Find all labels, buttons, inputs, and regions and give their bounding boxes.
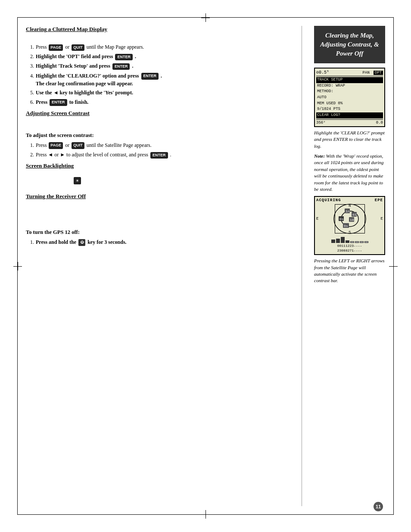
- power-icon: ⏻: [78, 239, 85, 246]
- step-1: 1. Press PAGE or QUIT until the Map Page…: [30, 43, 285, 51]
- backlighting-text: ☀: [26, 176, 285, 184]
- contrast-subheading: To adjust the screen contrast:: [26, 132, 285, 139]
- page-number-badge: 11: [374, 502, 383, 511]
- step-6: 6. Press ENTER to finish.: [30, 98, 285, 106]
- contrast-step-1: 1. Press PAGE or QUIT until the Satellit…: [30, 141, 285, 149]
- bar-7: [360, 241, 364, 243]
- gps-screen-1: ⊙0.5⁵ PAN OPT TRACK SETUP RECORD: WRAP M…: [314, 68, 385, 127]
- screen1-caption: Highlight the 'CLEAR LOG?' prompt and pr…: [314, 130, 385, 149]
- left-column: Clearing a Cluttered Map Display 1. Pres…: [26, 26, 290, 506]
- section-heading-clearing-map: Clearing a Cluttered Map Display: [26, 26, 285, 33]
- screen2-caption: Pressing the LEFT or RIGHT arrows from t…: [314, 258, 385, 284]
- right-column: Clearing the Map, Adjusting Contrast, & …: [314, 26, 385, 506]
- gps-header-left: ⊙0.5⁵: [316, 70, 329, 75]
- clear-log-item: CLEAR LOG?: [316, 112, 383, 118]
- gps-speed: 0.0: [376, 121, 383, 125]
- quit-button[interactable]: QUIT: [72, 44, 84, 51]
- acquiring-label: ACQUIRING: [316, 198, 341, 202]
- turning-off-steps: 1. Press and hold the ⏻ key for 3 second…: [26, 238, 285, 246]
- svg-text:10: 10: [350, 218, 354, 222]
- screen1-note: Note: With the 'Wrap' record option, onc…: [314, 153, 385, 193]
- contrast-step-2: 2. Press ◄ or ► to adjust the level of c…: [30, 151, 285, 159]
- crosshair-right-middle: [389, 262, 398, 271]
- satellite-diagram: N S 1n 03 0s 10 0s: [333, 203, 367, 234]
- gps-status-row: 356° 0.0: [316, 119, 383, 125]
- track-setup-item: TRACK SETUP: [316, 77, 383, 83]
- section-heading-contrast: Adjusting Screen Contrast: [26, 110, 285, 117]
- section-backlighting: Screen Backlighting ☀: [26, 162, 285, 184]
- section-turning-off: Turning the Receiver Off To turn the GPS…: [26, 193, 285, 246]
- method-item: METHOD:: [316, 89, 383, 95]
- signal-bars-row: [316, 235, 383, 243]
- enter-button-6[interactable]: ENTER: [50, 99, 67, 106]
- gps-heading: 356°: [316, 121, 326, 125]
- step-3: 3. Highlight 'Track Setup' and press ENT…: [30, 62, 285, 70]
- enter-button-4[interactable]: ENTER: [141, 73, 159, 80]
- crosshair-bottom-center: [201, 510, 210, 519]
- clearing-map-steps: 1. Press PAGE or QUIT until the Map Page…: [26, 43, 285, 106]
- bar-8: [364, 241, 368, 243]
- bar-1: [331, 240, 335, 243]
- bar-6: [355, 241, 359, 243]
- sat-screen-header: ACQUIRING EPE: [316, 198, 383, 202]
- section-clearing-map: Clearing a Cluttered Map Display 1. Pres…: [26, 26, 285, 106]
- turning-off-subheading: To turn the GPS 12 off:: [26, 229, 285, 236]
- crosshair-left-middle: [13, 262, 22, 271]
- step-2: 2. Highlight the 'OPT' field and press E…: [30, 53, 285, 61]
- gps-tabs: PAN OPT: [361, 70, 383, 75]
- column-divider: [302, 26, 302, 506]
- page-button-contrast[interactable]: PAGE: [49, 142, 63, 149]
- quit-button-contrast[interactable]: QUIT: [72, 142, 84, 149]
- page-button[interactable]: PAGE: [49, 44, 63, 51]
- turning-off-step-1: 1. Press and hold the ⏻ key for 3 second…: [30, 238, 285, 246]
- record-wrap-item: RECORD: WRAP: [316, 83, 383, 89]
- mem-used-item: MEM USED 0%: [316, 101, 383, 107]
- enter-button-2[interactable]: ENTER: [115, 54, 133, 61]
- sat-num-row1: 00111223----: [316, 244, 383, 248]
- section-contrast: Adjusting Screen Contrast To adjust the …: [26, 110, 285, 159]
- svg-text:S: S: [349, 230, 351, 234]
- opt-tab: OPT: [374, 71, 383, 75]
- section-heading-backlighting: Screen Backlighting: [26, 162, 285, 169]
- title-box: Clearing the Map, Adjusting Contrast, & …: [314, 26, 385, 63]
- backlighting-icon: ☀: [74, 177, 81, 184]
- bar-3: [341, 237, 345, 243]
- gps-screen-2: ACQUIRING EPE E N: [314, 196, 385, 255]
- svg-text:0s: 0s: [344, 224, 348, 228]
- section-heading-turning-off: Turning the Receiver Off: [26, 193, 285, 200]
- sat-numbers: 00111223---- 23088271----: [316, 244, 383, 253]
- svg-text:1n: 1n: [346, 209, 350, 213]
- bar-4: [346, 240, 349, 243]
- bar-5: [350, 241, 354, 243]
- epe-label: EPE: [375, 198, 383, 202]
- auto-item: AUTO: [316, 95, 383, 101]
- enter-button-3[interactable]: ENTER: [112, 63, 130, 70]
- step-4: 4. Highlight the 'CLEARLOG?' option and …: [30, 72, 285, 87]
- svg-text:03: 03: [352, 213, 357, 217]
- bar-2: [336, 239, 340, 243]
- gps-screen-header: ⊙0.5⁵ PAN OPT: [316, 70, 383, 76]
- pan-tab: PAN: [361, 71, 371, 75]
- page-content: Clearing a Cluttered Map Display 1. Pres…: [26, 26, 385, 506]
- step-5: 5. Use the ◄ key to highlight the 'Yes' …: [30, 89, 285, 97]
- svg-text:N: N: [349, 204, 351, 208]
- sat-num-row2: 23088271----: [316, 249, 383, 253]
- sat-label-e: E: [316, 217, 318, 221]
- svg-text:0s: 0s: [339, 217, 344, 221]
- page-number-area: 11: [374, 502, 383, 511]
- sat-label-w: E: [381, 217, 383, 221]
- pts-item: 9/1024 PTS: [316, 106, 383, 112]
- enter-button-contrast[interactable]: ENTER: [150, 152, 168, 159]
- contrast-steps: 1. Press PAGE or QUIT until the Satellit…: [26, 141, 285, 159]
- crosshair-top-center: [201, 13, 210, 22]
